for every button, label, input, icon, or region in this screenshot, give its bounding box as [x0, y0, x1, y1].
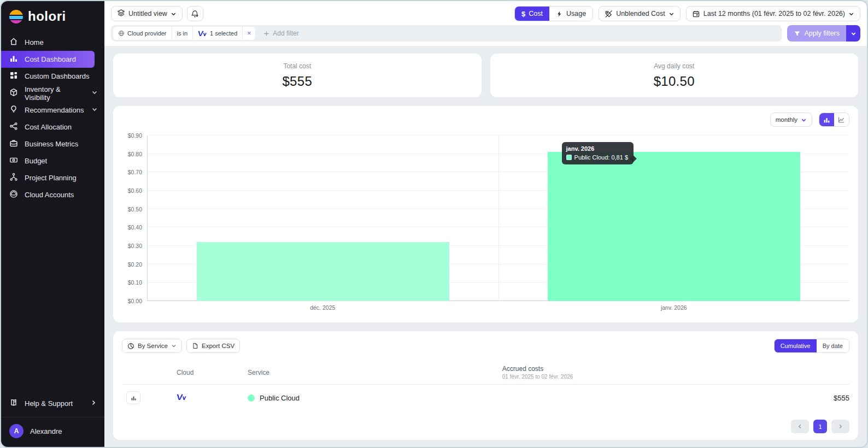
bar-chart-toggle-button[interactable] — [819, 113, 834, 126]
chevron-down-icon — [801, 117, 807, 123]
cloud-icon — [9, 190, 18, 200]
chart-tooltip: janv. 2026 Public Cloud: 0,81 $ — [562, 142, 634, 164]
column-header-service: Service — [248, 361, 502, 385]
next-page-button[interactable] — [831, 420, 849, 433]
usage-toggle-label: Usage — [566, 10, 586, 17]
service-name: Public Cloud — [260, 394, 300, 402]
bolt-icon — [556, 10, 563, 17]
filter-chip-remove-icon[interactable]: × — [243, 30, 255, 37]
view-selector[interactable]: Untitled view — [111, 6, 183, 21]
topbar: Untitled view $ Cost Usage — [104, 1, 867, 46]
previous-page-button[interactable] — [791, 420, 809, 433]
chart-type-toggle — [819, 113, 849, 127]
total-cost-value: $555 — [282, 74, 312, 89]
lightbulb-icon — [9, 105, 18, 115]
sidebar-item-budget[interactable]: Budget — [1, 152, 104, 169]
cumulative-toggle-button[interactable]: Cumulative — [775, 339, 817, 352]
cost-type-select[interactable]: Unblended Cost — [599, 6, 681, 21]
usage-toggle-button[interactable]: Usage — [549, 7, 593, 21]
group-by-select[interactable]: By Service — [122, 339, 182, 353]
sidebar-item-cost-dashboard[interactable]: Cost Dashboard — [1, 51, 95, 68]
brand-logo[interactable]: holori — [1, 1, 104, 30]
avg-daily-cost-value: $10.50 — [654, 74, 695, 89]
date-range-label: Last 12 months (01 févr. 2025 to 02 févr… — [703, 10, 845, 17]
chevron-left-icon — [797, 423, 803, 429]
date-range-select[interactable]: Last 12 months (01 févr. 2025 to 02 févr… — [686, 6, 860, 21]
add-filter-label: Add filter — [273, 30, 298, 37]
column-header-empty — [122, 361, 177, 385]
filter-bar: Cloud provider is in 1 selected × — [111, 25, 782, 42]
current-page-button[interactable]: 1 — [813, 420, 827, 433]
file-icon — [192, 343, 198, 349]
granularity-select[interactable]: monthly — [770, 113, 812, 127]
dashboard-content: Total cost $555 Avg daily cost $10.50 mo… — [104, 46, 867, 447]
sidebar-item-help-support[interactable]: Help & Support — [1, 394, 104, 412]
y-axis-tick: $0.10 — [128, 279, 142, 286]
sidebar-item-home[interactable]: Home — [1, 34, 104, 51]
column-header-accrued[interactable]: Accrued costs 01 févr. 2025 to 02 févr. … — [502, 361, 849, 385]
layers-icon — [117, 9, 125, 19]
sidebar-item-custom-dashboards[interactable]: Custom Dashboards — [1, 68, 104, 85]
user-menu[interactable]: A Alexandre — [1, 417, 104, 447]
avg-daily-cost-label: Avg daily cost — [654, 62, 694, 70]
cost-chart-card: monthly $0.00$0.10$0.20$0.30$0.40$0.50$0… — [113, 106, 858, 322]
y-axis-tick: $0.20 — [128, 261, 142, 268]
cost-table: Cloud Service Accrued costs 01 févr. 202… — [122, 361, 849, 411]
accrued-title: Accrued costs — [502, 365, 849, 373]
chevron-down-icon — [668, 11, 675, 17]
total-cost-card: Total cost $555 — [113, 54, 482, 97]
y-axis-tick: $0.50 — [128, 206, 142, 213]
y-axis-tick: $0.90 — [128, 132, 142, 139]
app-window: holori HomeCost DashboardCustom Dashboar… — [0, 0, 868, 448]
apply-filters-button[interactable]: Apply filters — [787, 25, 846, 42]
by-date-toggle-button[interactable]: By date — [817, 339, 849, 352]
filter-chip-field[interactable]: Cloud provider — [113, 27, 172, 40]
sidebar: holori HomeCost DashboardCustom Dashboar… — [1, 1, 104, 447]
cost-toggle-button[interactable]: $ Cost — [515, 7, 549, 21]
chart-band — [498, 135, 850, 301]
filter-chip-cloud-provider[interactable]: Cloud provider is in 1 selected × — [113, 27, 255, 40]
apply-filters-caret-button[interactable] — [846, 25, 860, 42]
main-area: Untitled view $ Cost Usage — [104, 1, 867, 447]
y-axis-tick: $0.70 — [128, 169, 142, 175]
cube-icon — [9, 88, 18, 98]
chevron-down-icon — [91, 106, 98, 114]
sidebar-item-cost-allocation[interactable]: Cost Allocation — [1, 119, 104, 135]
sidebar-item-label: Project Planning — [25, 174, 77, 182]
sidebar-item-business-metrics[interactable]: Business Metrics — [1, 135, 104, 152]
sidebar-item-label: Cloud Accounts — [25, 191, 74, 199]
cost-usage-toggle: $ Cost Usage — [514, 6, 593, 21]
y-axis-tick: $0.40 — [128, 224, 142, 231]
sidebar-item-label: Custom Dashboards — [25, 72, 90, 80]
sidebar-item-project-planning[interactable]: Project Planning — [1, 169, 104, 186]
filter-chip-operator[interactable]: is in — [172, 27, 193, 40]
y-axis-tick: $0.00 — [128, 298, 142, 304]
view-selector-label: Untitled view — [128, 10, 167, 17]
line-chart-toggle-button[interactable] — [834, 113, 849, 126]
grid-icon — [9, 71, 18, 81]
cost-type-label: Unblended Cost — [616, 10, 665, 17]
export-csv-button[interactable]: Export CSV — [186, 339, 240, 353]
table-row[interactable]: Public Cloud $555 — [122, 385, 849, 411]
apply-filters-split: Apply filters — [787, 25, 860, 42]
filter-chip-value[interactable]: 1 selected — [193, 27, 243, 40]
add-filter-button[interactable]: Add filter — [263, 30, 298, 37]
ovhcloud-logo-icon — [176, 393, 187, 400]
alert-bell-button[interactable] — [187, 6, 203, 21]
bar-d-c-2025[interactable] — [197, 242, 449, 301]
row-chart-toggle-button[interactable] — [126, 391, 140, 404]
ovhcloud-logo-icon — [197, 30, 207, 37]
group-by-label: By Service — [138, 343, 168, 349]
sidebar-item-inventory-visibility[interactable]: Inventory & Visibility — [1, 85, 104, 102]
chevron-down-icon — [171, 11, 177, 17]
sidebar-item-label: Inventory & Visibility — [25, 85, 85, 102]
export-csv-label: Export CSV — [202, 343, 234, 349]
filter-value-label: 1 selected — [210, 30, 237, 37]
bar-chart-icon — [9, 54, 18, 64]
sidebar-item-cloud-accounts[interactable]: Cloud Accounts — [1, 186, 104, 203]
bar-janv-2026[interactable] — [548, 152, 800, 301]
cost-table-card: By Service Export CSV Cumulative By date — [113, 331, 858, 440]
sidebar-item-label: Budget — [25, 157, 47, 165]
sidebar-item-recommendations[interactable]: Recommendations — [1, 102, 104, 119]
x-axis-label: déc. 2025 — [147, 304, 498, 311]
